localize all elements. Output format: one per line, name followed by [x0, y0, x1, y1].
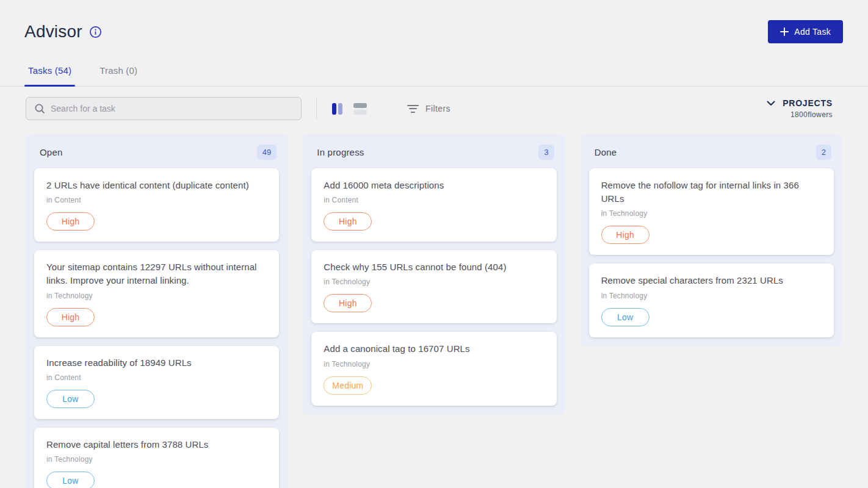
card-title: Check why 155 URLs cannot be found (404): [324, 260, 544, 274]
card-category: in Technology: [46, 292, 267, 300]
filters-button[interactable]: Filters: [407, 104, 450, 113]
card-title: 2 URLs have identical content (duplicate…: [46, 179, 267, 192]
projects-selector: PROJECTS 1800flowers: [767, 98, 833, 119]
selected-project: 1800flowers: [790, 110, 833, 119]
task-card[interactable]: Check why 155 URLs cannot be found (404)…: [311, 250, 556, 323]
card-title: Add 16000 meta descriptions: [324, 179, 544, 192]
filter-icon: [407, 105, 419, 113]
card-title: Remove capital letters from 3788 URLs: [46, 438, 267, 451]
card-category: in Technology: [324, 278, 544, 286]
priority-badge: High: [46, 212, 95, 231]
card-category: in Content: [46, 196, 267, 204]
task-card[interactable]: Remove the nofollow tag for internal lin…: [589, 168, 834, 255]
chevron-down-icon: [767, 101, 775, 106]
card-title: Remove the nofollow tag for internal lin…: [601, 179, 822, 206]
tab-bar: Tasks (54) Trash (0): [0, 60, 868, 87]
column-count-badge: 3: [538, 145, 554, 160]
column-header: Open 49: [34, 142, 279, 168]
column-count-badge: 49: [257, 145, 277, 160]
card-title: Your sitemap contains 12297 URLs without…: [46, 260, 267, 287]
add-task-label: Add Task: [794, 27, 831, 37]
search-icon: [34, 103, 45, 114]
search-box[interactable]: [26, 97, 302, 120]
card-category: in Technology: [601, 209, 822, 218]
task-card[interactable]: Remove capital letters from 3788 URLs in…: [34, 428, 279, 488]
column-count-badge: 2: [816, 145, 831, 160]
projects-dropdown[interactable]: PROJECTS: [767, 98, 833, 108]
priority-badge: Low: [46, 472, 95, 488]
card-title: Add a canonical tag to 16707 URLs: [324, 342, 544, 356]
priority-badge: High: [324, 212, 372, 231]
card-category: in Content: [46, 373, 267, 382]
column-title: Open: [40, 147, 63, 157]
card-category: in Content: [324, 196, 544, 204]
column-done: Done 2 Remove the nofollow tag for inter…: [580, 134, 842, 346]
card-category: in Technology: [46, 455, 267, 464]
column-open: Open 49 2 URLs have identical content (d…: [26, 134, 288, 488]
task-card[interactable]: Increase readability of 18949 URLs in Co…: [34, 346, 279, 419]
column-in-progress: In progress 3 Add 16000 meta description…: [303, 134, 565, 414]
column-header: Done 2: [589, 142, 834, 168]
toolbar-divider: [316, 98, 317, 120]
card-category: in Technology: [601, 292, 822, 300]
filters-label: Filters: [425, 104, 450, 113]
card-title: Increase readability of 18949 URLs: [46, 356, 267, 370]
kanban-view-icon[interactable]: [332, 103, 342, 115]
priority-badge: High: [46, 308, 95, 326]
plus-icon: [780, 27, 789, 36]
task-card[interactable]: 2 URLs have identical content (duplicate…: [34, 168, 279, 242]
view-toggle: [332, 103, 367, 115]
priority-badge: Low: [601, 308, 649, 326]
priority-badge: High: [601, 226, 649, 244]
projects-label: PROJECTS: [783, 98, 833, 108]
column-title: In progress: [317, 147, 364, 157]
toolbar: Filters PROJECTS 1800flowers: [0, 97, 868, 120]
info-icon[interactable]: [89, 26, 102, 38]
add-task-button[interactable]: Add Task: [768, 20, 843, 43]
card-category: in Technology: [324, 360, 544, 368]
list-view-icon[interactable]: [353, 103, 367, 115]
task-card[interactable]: Your sitemap contains 12297 URLs without…: [34, 250, 279, 337]
tab-tasks[interactable]: Tasks (54): [24, 60, 75, 86]
card-title: Remove special characters from 2321 URLs: [601, 274, 822, 287]
priority-badge: Low: [46, 390, 95, 408]
task-card[interactable]: Add 16000 meta descriptions in Content H…: [311, 168, 556, 242]
priority-badge: Medium: [324, 376, 372, 395]
task-card[interactable]: Add a canonical tag to 16707 URLs in Tec…: [311, 332, 556, 405]
kanban-board: Open 49 2 URLs have identical content (d…: [0, 134, 868, 488]
page-title: Advisor: [24, 22, 82, 41]
tab-trash[interactable]: Trash (0): [96, 60, 141, 86]
column-title: Done: [595, 147, 617, 157]
search-input[interactable]: [51, 104, 293, 113]
column-header: In progress 3: [311, 142, 556, 168]
task-card[interactable]: Remove special characters from 2321 URLs…: [589, 264, 834, 337]
priority-badge: High: [324, 294, 372, 312]
page-header: Advisor Add Task: [0, 0, 868, 43]
